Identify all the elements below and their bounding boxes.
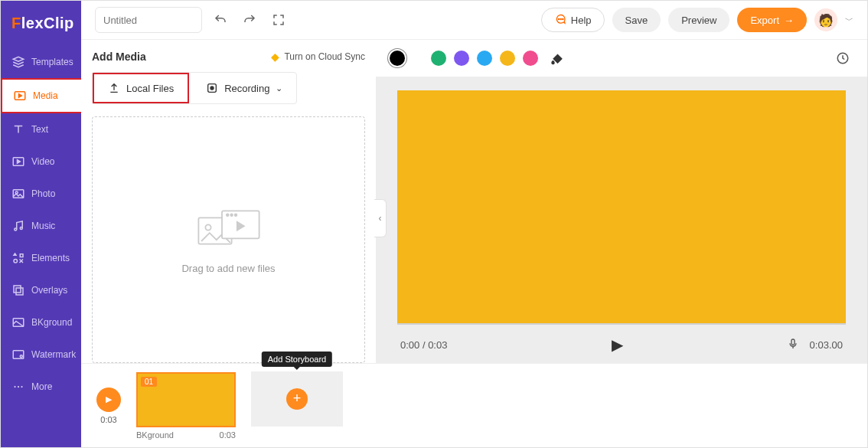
voiceover-button[interactable] xyxy=(787,338,799,352)
add-storyboard-tooltip: Add Storyboard xyxy=(262,352,332,367)
cloud-sync-toggle[interactable]: ◆ Turn on Cloud Sync xyxy=(271,51,365,63)
color-swatch[interactable] xyxy=(454,51,469,66)
color-swatch[interactable] xyxy=(431,51,446,66)
sidebar-item-label: Text xyxy=(31,124,48,135)
total-duration: 0:03.00 xyxy=(810,339,843,351)
recording-button[interactable]: Recording ⌄ xyxy=(192,73,296,103)
clip-duration: 0:03 xyxy=(220,430,236,440)
project-title-input[interactable] xyxy=(95,7,202,33)
svg-point-10 xyxy=(20,355,22,358)
video-canvas[interactable] xyxy=(397,90,846,325)
record-icon xyxy=(206,82,218,94)
sidebar-item-label: BKground xyxy=(31,317,72,328)
background-icon xyxy=(11,316,25,329)
sidebar-item-video[interactable]: Video xyxy=(1,146,81,178)
timeline-play-button[interactable]: ▶ xyxy=(96,388,121,412)
panel-collapse-button[interactable]: ‹ xyxy=(374,199,387,237)
sidebar-item-photo[interactable]: Photo xyxy=(1,178,81,210)
text-icon xyxy=(11,123,25,136)
media-icon xyxy=(13,89,27,103)
play-button[interactable]: ▶ xyxy=(612,335,623,354)
preview-area: 0:00 / 0:03 ▶ 0:03.00 xyxy=(376,77,867,363)
sidebar-item-overlays[interactable]: Overlays xyxy=(1,274,81,306)
redo-icon xyxy=(243,13,256,27)
undo-button[interactable] xyxy=(210,9,231,31)
sidebar-item-label: Media xyxy=(33,90,58,101)
arrow-right-icon: → xyxy=(784,15,794,26)
elements-icon xyxy=(11,251,25,265)
sidebar-item-elements[interactable]: Elements xyxy=(1,242,81,274)
local-files-label: Local Files xyxy=(126,83,174,94)
help-icon xyxy=(554,13,566,28)
sidebar-item-templates[interactable]: Templates xyxy=(1,46,81,78)
sidebar-item-label: Elements xyxy=(31,253,70,263)
dropzone-hint: Drag to add new files xyxy=(181,263,275,274)
svg-point-15 xyxy=(560,18,561,19)
sidebar-item-label: Video xyxy=(31,156,54,167)
svg-point-14 xyxy=(558,18,559,19)
storyboard-clip[interactable]: 01 xyxy=(136,372,236,427)
brand-rest: lexClip xyxy=(21,15,74,31)
clip-index-badge: 01 xyxy=(141,377,157,387)
help-label: Help xyxy=(571,15,592,26)
svg-point-23 xyxy=(230,214,233,216)
more-icon xyxy=(11,380,25,394)
svg-point-18 xyxy=(210,87,214,90)
redo-button[interactable] xyxy=(239,9,260,31)
color-swatch[interactable] xyxy=(500,51,515,66)
add-storyboard-slot: Add Storyboard + xyxy=(251,371,343,427)
save-label: Save xyxy=(625,15,648,26)
sidebar-item-text[interactable]: Text xyxy=(1,113,81,146)
add-storyboard-button[interactable]: + xyxy=(286,388,308,410)
music-icon xyxy=(11,219,25,233)
upload-icon xyxy=(108,82,120,94)
svg-rect-7 xyxy=(16,288,23,295)
media-panel-title: Add Media xyxy=(92,51,146,63)
help-button[interactable]: Help xyxy=(541,8,605,32)
sidebar-item-label: Templates xyxy=(31,57,73,67)
svg-point-4 xyxy=(15,228,17,231)
preview-button[interactable]: Preview xyxy=(668,8,729,32)
svg-point-16 xyxy=(562,18,563,19)
color-swatch[interactable] xyxy=(390,51,405,66)
color-swatch[interactable] xyxy=(523,51,538,66)
sidebar-item-watermark[interactable]: Watermark xyxy=(1,338,81,371)
sidebar: FlexClip Templates Media Text Video Phot… xyxy=(1,1,81,447)
svg-point-13 xyxy=(21,386,22,388)
local-files-button[interactable]: Local Files xyxy=(93,73,189,103)
fullscreen-button[interactable] xyxy=(268,9,289,31)
color-swatch[interactable] xyxy=(477,51,492,66)
overlays-icon xyxy=(11,283,25,297)
svg-point-22 xyxy=(226,214,228,216)
timeline: ▶ 0:03 01 BKground 0:03 Add Storyboard + xyxy=(81,363,867,447)
clip-name: BKground xyxy=(136,430,174,440)
sidebar-item-label: Photo xyxy=(31,188,55,199)
svg-point-11 xyxy=(14,386,15,388)
sidebar-item-media[interactable]: Media xyxy=(1,78,81,113)
media-dropzone[interactable]: Drag to add new files xyxy=(92,116,365,363)
sidebar-item-label: Music xyxy=(31,221,55,231)
fullscreen-icon xyxy=(272,13,286,27)
brand-logo: FlexClip xyxy=(1,8,81,46)
save-button[interactable]: Save xyxy=(612,8,661,32)
dropzone-icon xyxy=(194,206,263,249)
media-panel: Add Media ◆ Turn on Cloud Sync Local Fil… xyxy=(81,40,376,363)
history-button[interactable] xyxy=(832,47,853,69)
undo-icon xyxy=(214,13,227,27)
sidebar-item-music[interactable]: Music xyxy=(1,210,81,242)
color-swatches-row xyxy=(376,40,867,77)
user-avatar[interactable]: 🧑 xyxy=(814,8,837,31)
export-button[interactable]: Export→ xyxy=(737,8,807,32)
svg-point-20 xyxy=(205,224,210,230)
svg-rect-26 xyxy=(791,339,795,345)
cloud-sync-label: Turn on Cloud Sync xyxy=(284,51,365,62)
export-label: Export xyxy=(750,15,779,26)
topbar: Help Save Preview Export→ 🧑 ﹀ xyxy=(81,1,867,40)
user-menu-chevron[interactable]: ﹀ xyxy=(845,15,853,26)
watermark-icon xyxy=(11,348,25,361)
sidebar-item-more[interactable]: More xyxy=(1,371,81,403)
sidebar-item-background[interactable]: BKground xyxy=(1,306,81,338)
paint-bucket-icon xyxy=(550,51,563,65)
playback-time: 0:00 / 0:03 xyxy=(400,339,447,351)
paint-bucket-button[interactable] xyxy=(546,47,567,69)
